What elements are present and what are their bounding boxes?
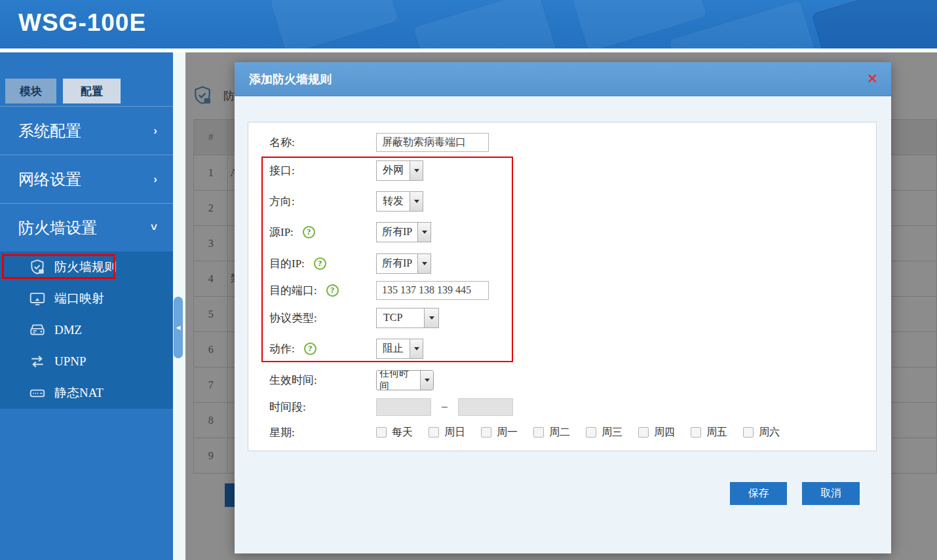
- source-ip-select[interactable]: 所有IP: [376, 222, 431, 242]
- source-ip-label: 源IP: ?: [269, 225, 376, 240]
- sidebar-item-dmz[interactable]: DMZ: [0, 314, 173, 346]
- help-icon[interactable]: ?: [303, 226, 315, 238]
- form-row-week: 星期: 每天 周日 周一 周二 周三 周四 周五 周六: [248, 422, 876, 442]
- checkbox-label: 周二: [549, 426, 570, 439]
- interface-label: 接口:: [269, 163, 376, 178]
- close-icon[interactable]: ✕: [867, 71, 878, 86]
- dropdown-arrow-icon[interactable]: [410, 339, 423, 358]
- sidebar-collapse-handle[interactable]: ◀: [174, 297, 183, 358]
- help-icon[interactable]: ?: [304, 343, 316, 355]
- chevron-right-icon: ›: [153, 173, 157, 186]
- sidebar-item-static-nat[interactable]: 静态NAT: [0, 377, 173, 409]
- tab-modules[interactable]: 模块: [5, 79, 56, 103]
- sidebar-item-label: 网络设置: [18, 169, 81, 190]
- sidebar-item-label: 防火墙设置: [18, 217, 97, 238]
- week-option-monday: 周一: [481, 426, 518, 439]
- week-option-sunday: 周日: [429, 426, 465, 439]
- sidebar-item-label: 防火墙规则: [54, 259, 117, 276]
- form-row-interface: 接口: 外网: [248, 160, 876, 180]
- week-option-tuesday: 周二: [533, 426, 570, 439]
- week-option-everyday: 每天: [376, 426, 413, 439]
- dropdown-arrow-icon[interactable]: [424, 308, 438, 327]
- everyday-checkbox[interactable]: [376, 427, 387, 438]
- dropdown-arrow-icon[interactable]: [417, 254, 430, 273]
- dest-ip-value: 所有IP: [377, 254, 417, 273]
- monitor-icon: [29, 290, 46, 307]
- help-icon[interactable]: ?: [326, 284, 339, 297]
- week-option-wednesday: 周三: [586, 426, 622, 439]
- time-range-separator: –: [442, 401, 448, 413]
- form-row-dest-port: 目的端口: ?: [248, 280, 876, 300]
- sidebar-item-system-config[interactable]: 系统配置 ›: [0, 106, 173, 155]
- sidebar-item-firewall-settings[interactable]: 防火墙设置 ˅: [0, 203, 173, 252]
- action-select[interactable]: 阻止: [376, 339, 423, 359]
- dest-port-label: 目的端口: ?: [269, 283, 376, 298]
- tuesday-checkbox[interactable]: [533, 427, 544, 438]
- time-end-input[interactable]: [458, 398, 513, 416]
- checkbox-label: 周日: [444, 426, 465, 439]
- sidebar-item-upnp[interactable]: UPNP: [0, 346, 173, 377]
- interface-select[interactable]: 外网: [376, 160, 423, 181]
- sidebar-item-label: 端口映射: [54, 290, 104, 307]
- sidebar-item-network-settings[interactable]: 网络设置 ›: [0, 155, 173, 203]
- nat-device-icon: [29, 384, 46, 401]
- effective-time-select[interactable]: 任何时间: [376, 370, 434, 390]
- dropdown-arrow-icon[interactable]: [410, 192, 423, 211]
- swap-arrows-icon: [29, 353, 46, 370]
- time-start-input[interactable]: [376, 398, 431, 416]
- keyboard-decoration: [413, 0, 557, 50]
- form-row-time-range: 时间段: –: [248, 397, 876, 417]
- protocol-select[interactable]: TCP: [376, 308, 439, 328]
- dropdown-arrow-icon[interactable]: [417, 223, 430, 242]
- name-label: 名称:: [269, 135, 376, 150]
- save-button[interactable]: 保存: [730, 482, 787, 505]
- dest-ip-label: 目的IP: ?: [269, 256, 376, 271]
- name-input[interactable]: [376, 133, 489, 152]
- dialog-title: 添加防火墙规则: [249, 62, 332, 96]
- form-row-name: 名称:: [248, 132, 876, 152]
- sidebar-item-port-mapping[interactable]: 端口映射: [0, 283, 173, 314]
- thursday-checkbox[interactable]: [638, 427, 649, 438]
- chevron-right-icon: ›: [153, 124, 157, 138]
- sidebar-item-firewall-rules[interactable]: 防火墙规则: [0, 252, 173, 283]
- interface-value: 外网: [377, 161, 410, 180]
- app-logo: WSG-100E: [18, 9, 146, 37]
- monday-checkbox[interactable]: [481, 427, 491, 438]
- checkbox-label: 周三: [602, 426, 622, 439]
- keyboard-decoration: [811, 0, 937, 50]
- tab-config[interactable]: 配置: [63, 79, 121, 103]
- label-text: 源IP:: [269, 225, 294, 240]
- protocol-label: 协议类型:: [269, 310, 376, 326]
- sidebar-item-label: 静态NAT: [54, 384, 104, 401]
- protocol-value: TCP: [377, 308, 424, 327]
- checkbox-label: 每天: [392, 426, 413, 439]
- form-row-action: 动作: ? 阻止: [248, 339, 876, 358]
- direction-label: 方向:: [269, 194, 376, 209]
- direction-select[interactable]: 转发: [376, 191, 423, 212]
- dialog-titlebar: 添加防火墙规则 ✕: [235, 62, 891, 96]
- wednesday-checkbox[interactable]: [586, 427, 596, 438]
- week-option-friday: 周五: [691, 426, 727, 439]
- sunday-checkbox[interactable]: [429, 427, 439, 438]
- shield-check-icon: [29, 259, 46, 276]
- action-label: 动作: ?: [269, 341, 376, 356]
- dropdown-arrow-icon[interactable]: [410, 161, 423, 180]
- cancel-button[interactable]: 取消: [802, 482, 860, 505]
- firewall-submenu: 防火墙规则 端口映射 DMZ UPNP 静态NAT: [0, 252, 173, 409]
- app-header: WSG-100E: [0, 0, 937, 50]
- help-icon[interactable]: ?: [314, 257, 326, 270]
- saturday-checkbox[interactable]: [743, 427, 754, 438]
- action-value: 阻止: [377, 339, 410, 358]
- source-ip-value: 所有IP: [377, 223, 417, 242]
- collapse-arrow-icon: ◀: [176, 324, 181, 331]
- effective-time-label: 生效时间:: [269, 373, 376, 388]
- dest-port-input[interactable]: [376, 281, 489, 300]
- checkbox-label: 周四: [654, 426, 675, 439]
- sidebar: 模块 配置 系统配置 › 网络设置 › 防火墙设置 ˅ 防火墙规则 端口映射: [0, 52, 173, 560]
- dest-ip-select[interactable]: 所有IP: [376, 253, 431, 274]
- form-row-dest-ip: 目的IP: ? 所有IP: [248, 253, 876, 273]
- dropdown-arrow-icon[interactable]: [420, 371, 433, 390]
- checkbox-label: 周一: [497, 426, 518, 439]
- friday-checkbox[interactable]: [691, 427, 701, 438]
- server-icon: [29, 322, 46, 339]
